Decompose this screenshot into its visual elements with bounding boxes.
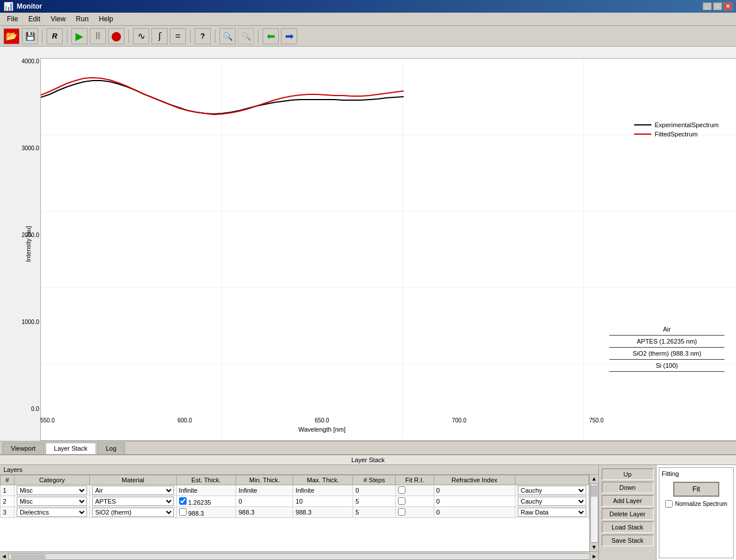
row1-material[interactable]: Air bbox=[90, 485, 176, 496]
row2-fit-ri-check[interactable] bbox=[398, 497, 405, 505]
experimental-label: ExperimentalSpectrum bbox=[655, 121, 719, 128]
col-fit-ri: Fit R.I. bbox=[396, 475, 434, 485]
save-stack-button[interactable]: Save Stack bbox=[602, 535, 654, 546]
layers-title: Layers bbox=[0, 465, 598, 475]
up-button[interactable]: Up bbox=[602, 468, 654, 480]
menu-view[interactable]: View bbox=[46, 14, 70, 24]
row2-est-thick[interactable]: 1.26235 bbox=[176, 496, 236, 507]
row1-category-select[interactable]: Misc bbox=[17, 486, 87, 495]
menu-edit[interactable]: Edit bbox=[24, 14, 45, 24]
row3-category-select[interactable]: Dielectrics bbox=[17, 508, 87, 517]
row2-category-select[interactable]: Misc bbox=[17, 497, 87, 506]
normalize-checkbox[interactable] bbox=[665, 500, 673, 508]
chart-area: Intensity [au] 4000.0 3000.0 2000.0 1000… bbox=[0, 47, 736, 441]
r-button[interactable]: R bbox=[47, 28, 63, 44]
row2-max-thick: 10 bbox=[293, 496, 353, 507]
x-tick-750: 750.0 bbox=[589, 417, 604, 424]
row1-category[interactable]: Misc bbox=[14, 485, 90, 496]
row2-thick-check[interactable] bbox=[179, 497, 187, 505]
stop-button[interactable]: ⬤ bbox=[108, 28, 124, 44]
y-tick-0: 0.0 bbox=[31, 406, 39, 412]
row1-ri-model-select[interactable]: Cauchy bbox=[518, 486, 586, 495]
forward-button[interactable]: ➡ bbox=[281, 28, 297, 44]
row1-steps: 0 bbox=[353, 485, 396, 496]
row2-material[interactable]: APTES bbox=[90, 496, 176, 507]
row3-thick-check[interactable] bbox=[179, 508, 187, 516]
row1-material-select[interactable]: Air bbox=[92, 486, 173, 495]
row2-ri-model-select[interactable]: Cauchy bbox=[518, 497, 586, 506]
layer-aptes: APTES (1.26235 nm) bbox=[609, 336, 724, 348]
layers-table-wrapper[interactable]: # Category Material Est. Thick. Min. Thi… bbox=[0, 475, 589, 551]
row2-ri-model[interactable]: Cauchy bbox=[515, 496, 589, 507]
row1-fit-ri-check[interactable] bbox=[398, 486, 405, 494]
row2-category[interactable]: Misc bbox=[14, 496, 90, 507]
menu-run[interactable]: Run bbox=[71, 14, 93, 24]
x-tick-650: 650.0 bbox=[314, 417, 329, 424]
row2-ri: 0 bbox=[434, 496, 515, 507]
layer-si: Si (100) bbox=[609, 360, 724, 372]
row2-fit-ri[interactable] bbox=[396, 496, 434, 507]
col-steps: # Steps bbox=[353, 475, 396, 485]
table-scroll-col: ▲ ▼ bbox=[589, 475, 598, 551]
layers-table: # Category Material Est. Thick. Min. Thi… bbox=[0, 475, 589, 518]
scroll-up-arrow[interactable]: ▲ bbox=[590, 475, 598, 483]
back-button[interactable]: ⬅ bbox=[263, 28, 279, 44]
zoom-in-button[interactable]: 🔍 bbox=[219, 28, 236, 44]
row1-fit-ri[interactable] bbox=[396, 485, 434, 496]
spectrum-chart[interactable] bbox=[40, 58, 736, 441]
row3-material-select[interactable]: SiO2 (therm) bbox=[92, 508, 173, 517]
load-stack-button[interactable]: Load Stack bbox=[602, 521, 654, 533]
table-row: 1 Misc Air bbox=[1, 485, 589, 496]
down-button[interactable]: Down bbox=[602, 482, 654, 493]
row2-material-select[interactable]: APTES bbox=[92, 497, 173, 506]
hscroll-left[interactable]: ◄ bbox=[0, 553, 8, 559]
layers-section: Layers # Category Material Est. Thick. M… bbox=[0, 465, 599, 560]
menu-file[interactable]: File bbox=[2, 14, 22, 24]
table-row: 2 Misc APTES bbox=[1, 496, 589, 507]
open-button[interactable]: 📂 bbox=[3, 28, 20, 44]
row1-num: 1 bbox=[1, 485, 14, 496]
tab-layer-stack[interactable]: Layer Stack bbox=[45, 443, 96, 454]
tab-log[interactable]: Log bbox=[97, 443, 125, 454]
add-layer-button[interactable]: Add Layer bbox=[602, 495, 654, 506]
equals-button[interactable]: = bbox=[170, 28, 186, 44]
tab-bar: Viewport Layer Stack Log bbox=[0, 441, 736, 454]
pause-button[interactable]: ⏸ bbox=[90, 28, 106, 44]
y-tick-4000: 4000.0 bbox=[21, 58, 39, 64]
table-row: 3 Dielectrics SiO2 (therm) bbox=[1, 507, 589, 518]
fit-button[interactable]: Fit bbox=[673, 482, 719, 497]
wave2-button[interactable]: ʃ bbox=[151, 28, 168, 44]
row3-ri-model[interactable]: Raw Data bbox=[515, 507, 589, 518]
row3-fit-ri-check[interactable] bbox=[398, 508, 405, 516]
sep6 bbox=[258, 29, 259, 43]
tab-viewport[interactable]: Viewport bbox=[2, 443, 44, 454]
row3-category[interactable]: Dielectrics bbox=[14, 507, 90, 518]
help-button[interactable]: ? bbox=[195, 28, 211, 44]
panel-title: Layer Stack bbox=[0, 455, 736, 465]
delete-layer-button[interactable]: Delete Layer bbox=[602, 508, 654, 520]
maximize-button[interactable]: □ bbox=[713, 2, 722, 10]
row3-fit-ri[interactable] bbox=[396, 507, 434, 518]
fitted-spectrum bbox=[41, 78, 404, 115]
row3-material[interactable]: SiO2 (therm) bbox=[90, 507, 176, 518]
normalize-label: Normalize Spectrum bbox=[675, 501, 727, 507]
window-controls: _ □ ✕ bbox=[703, 2, 733, 10]
hscroll-right[interactable]: ► bbox=[590, 553, 598, 559]
zoom-out-button[interactable]: 🔍 bbox=[238, 28, 254, 44]
wave1-button[interactable]: ∿ bbox=[133, 28, 149, 44]
minimize-button[interactable]: _ bbox=[703, 2, 712, 10]
scroll-down-arrow[interactable]: ▼ bbox=[590, 543, 598, 551]
play-button[interactable]: ▶ bbox=[71, 28, 88, 44]
layer-diagram: Air APTES (1.26235 nm) SiO2 (therm) (988… bbox=[609, 323, 724, 372]
row3-est-thick[interactable]: 988.3 bbox=[176, 507, 236, 518]
row3-ri-model-select[interactable]: Raw Data bbox=[518, 508, 586, 517]
sep3 bbox=[128, 29, 129, 43]
sep5 bbox=[215, 29, 215, 43]
close-button[interactable]: ✕ bbox=[723, 2, 733, 10]
save-button[interactable]: 💾 bbox=[22, 28, 38, 44]
row1-ri-model[interactable]: Cauchy bbox=[515, 485, 589, 496]
menu-help[interactable]: Help bbox=[94, 14, 118, 24]
fitted-label: FittedSpectrum bbox=[655, 131, 698, 138]
row2-num: 2 bbox=[1, 496, 14, 507]
row3-ri: 0 bbox=[434, 507, 515, 518]
